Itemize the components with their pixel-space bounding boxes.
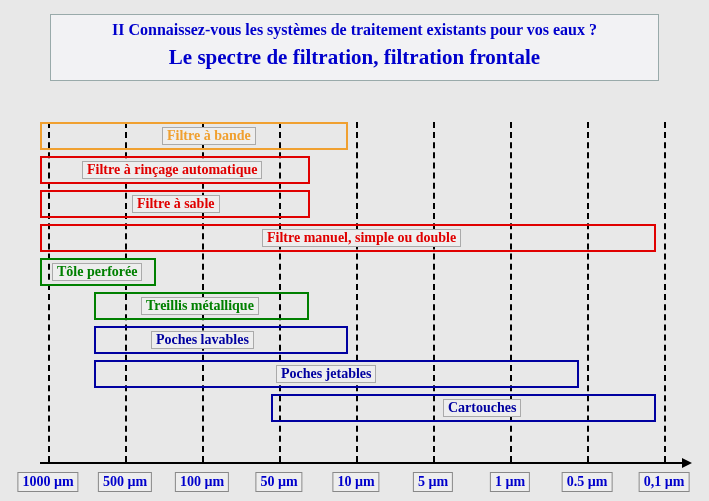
- bar-label-cartouches: Cartouches: [443, 399, 521, 417]
- bar-filtre-bande: Filtre à bande: [40, 122, 348, 150]
- x-tick-label: 1000 µm: [17, 472, 78, 492]
- bar-tole-perforee: Tôle perforée: [40, 258, 156, 286]
- x-tick-label: 10 µm: [332, 472, 379, 492]
- title-line-2: Le spectre de filtration, filtration fro…: [55, 45, 654, 70]
- bar-filtre-sable: Filtre à sable: [40, 190, 310, 218]
- x-tick-label: 0,1 µm: [639, 472, 690, 492]
- grid-line: [664, 122, 666, 462]
- bar-filtre-rincage: Filtre à rinçage automatique: [40, 156, 310, 184]
- title-box: II Connaissez-vous les systèmes de trait…: [50, 14, 659, 81]
- x-tick-label: 1 µm: [490, 472, 530, 492]
- x-axis: [40, 462, 690, 464]
- x-tick-label: 500 µm: [98, 472, 152, 492]
- bar-label-treillis: Treillis métallique: [141, 297, 259, 315]
- bar-label-filtre-rincage: Filtre à rinçage automatique: [82, 161, 262, 179]
- bar-cartouches: Cartouches: [271, 394, 656, 422]
- bar-label-filtre-sable: Filtre à sable: [132, 195, 220, 213]
- title-line-1: II Connaissez-vous les systèmes de trait…: [55, 21, 654, 39]
- bar-label-poches-lavables: Poches lavables: [151, 331, 254, 349]
- x-tick-label: 5 µm: [413, 472, 453, 492]
- bar-poches-jetables: Poches jetables: [94, 360, 579, 388]
- x-tick-label: 100 µm: [175, 472, 229, 492]
- bar-label-filtre-manuel: Filtre manuel, simple ou double: [262, 229, 461, 247]
- x-tick-label: 0.5 µm: [562, 472, 613, 492]
- bar-label-tole-perforee: Tôle perforée: [52, 263, 142, 281]
- bar-filtre-manuel: Filtre manuel, simple ou double: [40, 224, 656, 252]
- x-tick-label: 50 µm: [255, 472, 302, 492]
- chart-area: 1000 µm500 µm100 µm50 µm10 µm5 µm1 µm0.5…: [40, 122, 680, 462]
- bar-poches-lavables: Poches lavables: [94, 326, 348, 354]
- bar-label-filtre-bande: Filtre à bande: [162, 127, 256, 145]
- bar-treillis: Treillis métallique: [94, 292, 310, 320]
- bar-label-poches-jetables: Poches jetables: [276, 365, 377, 383]
